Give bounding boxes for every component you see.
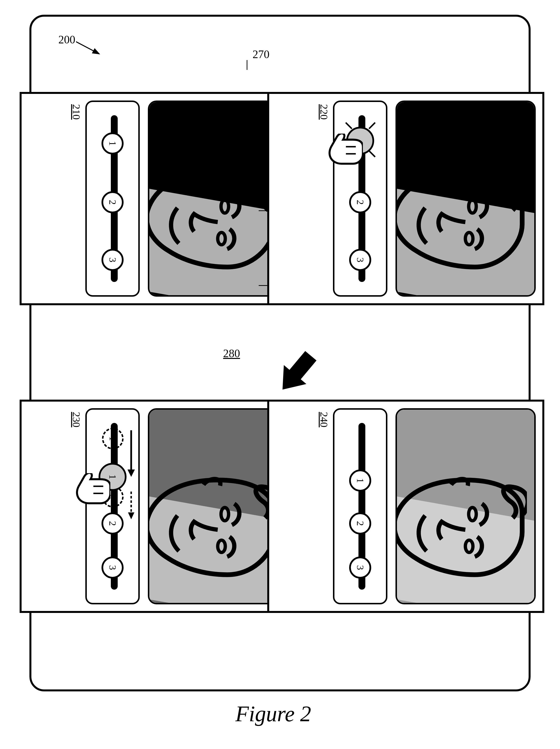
- lead-270: [247, 60, 247, 70]
- drag-arrow-dashed: [126, 490, 136, 520]
- finger-icon: [326, 134, 363, 166]
- svg-line-7: [346, 123, 352, 129]
- slider-marker-1[interactable]: 1: [102, 132, 124, 154]
- callout-270: 270: [253, 48, 270, 61]
- drag-arrow-solid: [126, 428, 136, 477]
- stage-id-220: 220: [318, 104, 330, 120]
- slider-marker-2[interactable]: 2: [102, 191, 124, 213]
- stage-220: 2 3 220: [267, 92, 544, 305]
- stage-230: 1 2 1 2 3 230: [20, 400, 297, 613]
- preview-area: [395, 408, 536, 604]
- callout-280: 280: [223, 347, 240, 360]
- slider-marker-2[interactable]: 2: [102, 512, 124, 534]
- stage-id-240: 240: [318, 412, 330, 427]
- slider-marker-3[interactable]: 3: [349, 557, 371, 579]
- ghost-marker-1: 1: [102, 428, 124, 449]
- slider-marker-2[interactable]: 2: [349, 512, 371, 534]
- slider-marker-3[interactable]: 3: [102, 557, 124, 579]
- svg-line-6: [369, 151, 375, 157]
- stage-id-230: 230: [70, 412, 82, 427]
- svg-line-0: [76, 42, 99, 54]
- stage-210: 1 2 3 210: [20, 92, 297, 305]
- slider-marker-1[interactable]: 1: [349, 470, 371, 492]
- slider-marker-3[interactable]: 3: [102, 249, 124, 271]
- figure-label: Figure 2: [235, 701, 311, 726]
- flow-arrow-220-230: [272, 350, 321, 395]
- svg-line-5: [369, 123, 375, 129]
- stage-id-210: 210: [70, 104, 82, 120]
- stage-240: 1 2 3 240: [267, 400, 544, 613]
- slider-marker-3[interactable]: 3: [349, 249, 371, 271]
- callout-200: 200: [58, 33, 75, 46]
- callout-200-arrow: [76, 39, 103, 59]
- preview-area: [395, 101, 536, 297]
- slider-marker-2[interactable]: 2: [349, 191, 371, 213]
- finger-icon: [73, 473, 110, 505]
